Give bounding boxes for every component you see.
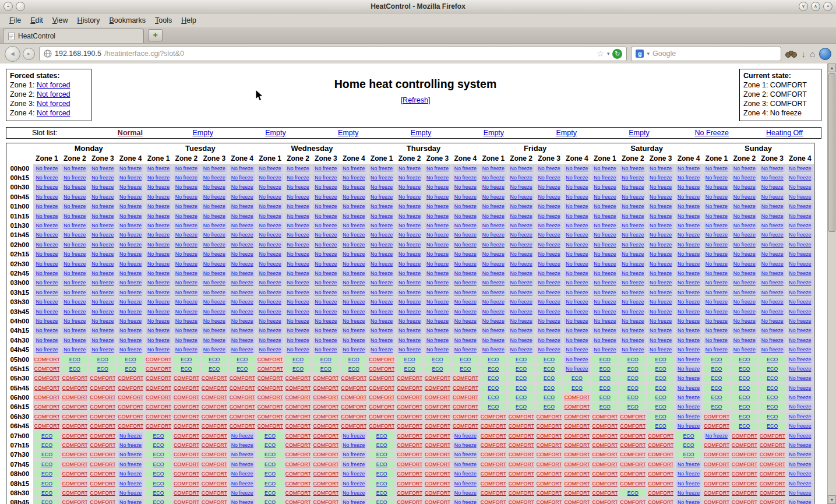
schedule-cell-link[interactable]: COMFORT: [481, 499, 506, 504]
schedule-cell-link[interactable]: No freeze: [369, 346, 394, 353]
schedule-cell-link[interactable]: COMFORT: [425, 432, 450, 439]
schedule-cell-link[interactable]: No freeze: [732, 279, 757, 286]
schedule-cell-link[interactable]: No freeze: [90, 193, 115, 200]
schedule-cell-link[interactable]: No freeze: [704, 327, 729, 334]
schedule-cell-link[interactable]: No freeze: [341, 337, 366, 344]
schedule-cell-link[interactable]: ECO: [202, 356, 227, 363]
bookmark-star-icon[interactable]: ☆: [597, 49, 604, 58]
schedule-cell-link[interactable]: COMFORT: [537, 432, 562, 439]
schedule-cell-link[interactable]: No freeze: [676, 251, 701, 258]
schedule-cell-link[interactable]: No freeze: [397, 260, 422, 267]
schedule-cell-link[interactable]: No freeze: [592, 213, 618, 220]
schedule-cell-link[interactable]: No freeze: [397, 213, 422, 220]
schedule-cell-link[interactable]: ECO: [397, 356, 422, 363]
schedule-cell-link[interactable]: COMFORT: [620, 470, 645, 477]
schedule-cell-link[interactable]: No freeze: [118, 241, 143, 248]
schedule-cell-link[interactable]: No freeze: [676, 222, 701, 229]
schedule-cell-link[interactable]: No freeze: [788, 260, 813, 267]
schedule-cell-link[interactable]: No freeze: [257, 251, 283, 258]
schedule-cell-link[interactable]: No freeze: [537, 337, 562, 344]
schedule-cell-link[interactable]: No freeze: [481, 289, 506, 296]
schedule-cell-link[interactable]: No freeze: [760, 308, 785, 315]
schedule-cell-link[interactable]: No freeze: [788, 174, 813, 181]
schedule-cell-link[interactable]: COMFORT: [202, 403, 227, 410]
schedule-cell-link[interactable]: No freeze: [174, 260, 199, 267]
schedule-cell-link[interactable]: No freeze: [564, 308, 590, 315]
schedule-cell-link[interactable]: No freeze: [62, 260, 87, 267]
schedule-cell-link[interactable]: No freeze: [202, 270, 227, 277]
schedule-cell-link[interactable]: No freeze: [118, 298, 143, 305]
schedule-cell-link[interactable]: COMFORT: [174, 470, 199, 477]
schedule-cell-link[interactable]: COMFORT: [118, 375, 143, 382]
schedule-cell-link[interactable]: No freeze: [257, 222, 283, 229]
schedule-cell-link[interactable]: No freeze: [453, 318, 478, 325]
schedule-cell-link[interactable]: ECO: [341, 365, 366, 372]
schedule-cell-link[interactable]: ECO: [704, 385, 729, 392]
schedule-cell-link[interactable]: COMFORT: [397, 470, 422, 477]
schedule-cell-link[interactable]: No freeze: [537, 165, 562, 172]
schedule-cell-link[interactable]: No freeze: [34, 289, 60, 296]
schedule-cell-link[interactable]: No freeze: [62, 174, 87, 181]
schedule-cell-link[interactable]: COMFORT: [285, 480, 311, 487]
schedule-cell-link[interactable]: No freeze: [509, 203, 534, 210]
schedule-cell-link[interactable]: ECO: [146, 489, 171, 496]
schedule-cell-link[interactable]: No freeze: [285, 289, 311, 296]
schedule-cell-link[interactable]: No freeze: [146, 203, 171, 210]
schedule-cell-link[interactable]: No freeze: [34, 279, 60, 286]
schedule-cell-link[interactable]: ECO: [481, 394, 506, 401]
schedule-cell-link[interactable]: No freeze: [648, 203, 673, 210]
scroll-down-arrow[interactable]: ▼: [828, 495, 836, 504]
schedule-cell-link[interactable]: COMFORT: [369, 365, 394, 372]
schedule-cell-link[interactable]: No freeze: [369, 308, 394, 315]
schedule-cell-link[interactable]: ECO: [230, 356, 255, 363]
schedule-cell-link[interactable]: No freeze: [146, 346, 171, 353]
schedule-cell-link[interactable]: COMFORT: [648, 480, 673, 487]
schedule-cell-link[interactable]: No freeze: [230, 346, 255, 353]
schedule-cell-link[interactable]: No freeze: [509, 337, 534, 344]
schedule-cell-link[interactable]: ECO: [285, 365, 311, 372]
schedule-cell-link[interactable]: No freeze: [676, 375, 701, 382]
schedule-cell-link[interactable]: No freeze: [174, 222, 199, 229]
schedule-cell-link[interactable]: ECO: [732, 403, 757, 410]
schedule-cell-link[interactable]: COMFORT: [313, 461, 338, 468]
schedule-cell-link[interactable]: No freeze: [592, 231, 618, 238]
schedule-cell-link[interactable]: COMFORT: [146, 413, 171, 420]
schedule-cell-link[interactable]: COMFORT: [118, 403, 143, 410]
schedule-cell-link[interactable]: No freeze: [704, 203, 729, 210]
schedule-cell-link[interactable]: COMFORT: [592, 499, 618, 504]
schedule-cell-link[interactable]: ECO: [564, 385, 590, 392]
schedule-cell-link[interactable]: No freeze: [676, 174, 701, 181]
schedule-cell-link[interactable]: No freeze: [425, 270, 450, 277]
schedule-cell-link[interactable]: No freeze: [174, 279, 199, 286]
schedule-cell-link[interactable]: No freeze: [341, 327, 366, 334]
schedule-cell-link[interactable]: No freeze: [90, 327, 115, 334]
schedule-cell-link[interactable]: ECO: [257, 461, 283, 468]
schedule-cell-link[interactable]: No freeze: [90, 318, 115, 325]
schedule-cell-link[interactable]: ECO: [425, 365, 450, 372]
schedule-cell-link[interactable]: No freeze: [341, 184, 366, 191]
schedule-cell-link[interactable]: No freeze: [62, 213, 87, 220]
slot-normal[interactable]: Normal: [118, 129, 143, 137]
schedule-cell-link[interactable]: No freeze: [732, 327, 757, 334]
schedule-cell-link[interactable]: No freeze: [676, 489, 701, 496]
schedule-cell-link[interactable]: No freeze: [146, 165, 171, 172]
schedule-cell-link[interactable]: No freeze: [676, 184, 701, 191]
schedule-cell-link[interactable]: No freeze: [760, 231, 785, 238]
tab-heatcontrol[interactable]: HeatControl: [3, 29, 144, 43]
schedule-cell-link[interactable]: No freeze: [369, 222, 394, 229]
schedule-cell-link[interactable]: ECO: [620, 489, 645, 496]
schedule-cell-link[interactable]: No freeze: [509, 231, 534, 238]
schedule-cell-link[interactable]: No freeze: [648, 279, 673, 286]
schedule-cell-link[interactable]: No freeze: [397, 241, 422, 248]
schedule-cell-link[interactable]: ECO: [704, 356, 729, 363]
schedule-cell-link[interactable]: No freeze: [453, 442, 478, 449]
menu-edit[interactable]: Edit: [26, 15, 48, 26]
schedule-cell-link[interactable]: ECO: [369, 432, 394, 439]
schedule-cell-link[interactable]: No freeze: [369, 260, 394, 267]
schedule-cell-link[interactable]: ECO: [676, 451, 701, 458]
schedule-cell-link[interactable]: No freeze: [620, 203, 645, 210]
schedule-cell-link[interactable]: COMFORT: [369, 413, 394, 420]
slot-empty-2[interactable]: Empty: [265, 129, 285, 137]
schedule-cell-link[interactable]: COMFORT: [592, 451, 618, 458]
schedule-cell-link[interactable]: ECO: [481, 375, 506, 382]
